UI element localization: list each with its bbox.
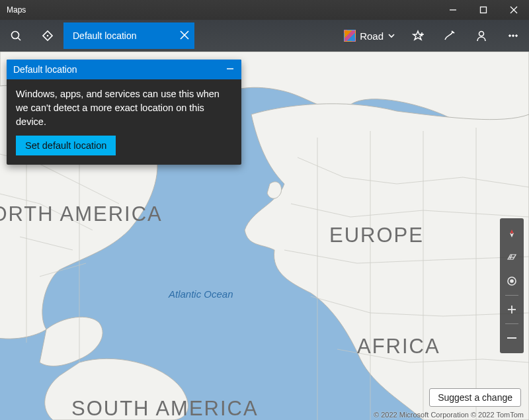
card-body: Windows, apps, and services can use this… <box>7 79 241 165</box>
label-north-america: NORTH AMERICA <box>0 202 163 226</box>
svg-marker-18 <box>510 233 514 237</box>
titlebar: Maps <box>0 0 529 20</box>
svg-point-7 <box>47 35 49 37</box>
favorites-icon[interactable] <box>402 20 434 52</box>
label-atlantic: Atlantic Ocean <box>169 288 233 300</box>
search-label: Default location <box>73 30 180 41</box>
map-style-swatch-icon <box>344 30 356 42</box>
tilt-icon[interactable] <box>500 246 524 269</box>
suggest-change-button[interactable]: Suggest a change <box>429 388 521 407</box>
card-description: Windows, apps, and services can use this… <box>16 87 232 129</box>
card-header: Default location <box>7 60 241 79</box>
maximize-button[interactable] <box>468 0 499 20</box>
svg-point-22 <box>510 280 513 282</box>
minimize-button[interactable] <box>438 0 468 20</box>
svg-point-16 <box>516 35 518 37</box>
chevron-down-icon <box>387 30 395 42</box>
account-icon[interactable] <box>466 20 497 52</box>
default-location-card: Default location Windows, apps, and serv… <box>7 60 241 165</box>
map-view-selector[interactable]: Road <box>337 20 402 52</box>
map-view-label: Road <box>360 30 384 42</box>
locate-me-icon[interactable] <box>500 270 524 292</box>
directions-icon[interactable] <box>32 20 63 52</box>
svg-rect-1 <box>481 7 487 13</box>
svg-marker-10 <box>413 31 423 40</box>
svg-point-15 <box>512 35 514 37</box>
map-controls <box>500 218 524 353</box>
card-title: Default location <box>13 64 77 75</box>
clear-search-icon[interactable] <box>180 30 189 42</box>
svg-line-5 <box>18 38 20 40</box>
card-collapse-icon[interactable] <box>225 64 235 75</box>
svg-point-14 <box>509 35 511 37</box>
set-default-location-button[interactable]: Set default location <box>16 136 116 155</box>
svg-point-4 <box>12 32 19 39</box>
svg-point-13 <box>479 32 484 36</box>
close-button[interactable] <box>499 0 529 20</box>
toolbar: Default location Road <box>0 20 529 52</box>
more-icon[interactable] <box>497 20 529 52</box>
label-south-america: SOUTH AMERICA <box>71 397 259 420</box>
label-africa: AFRICA <box>357 335 440 358</box>
compass-icon[interactable] <box>500 222 524 245</box>
zoom-out-button[interactable] <box>500 327 524 349</box>
search-field[interactable]: Default location <box>63 22 194 49</box>
window-title: Maps <box>7 5 26 15</box>
copyright-text: © 2022 Microsoft Corporation © 2022 TomT… <box>374 411 524 419</box>
ink-icon[interactable] <box>434 20 466 52</box>
search-icon[interactable] <box>0 20 32 52</box>
label-europe: EUROPE <box>329 224 424 247</box>
zoom-in-button[interactable] <box>500 298 524 321</box>
